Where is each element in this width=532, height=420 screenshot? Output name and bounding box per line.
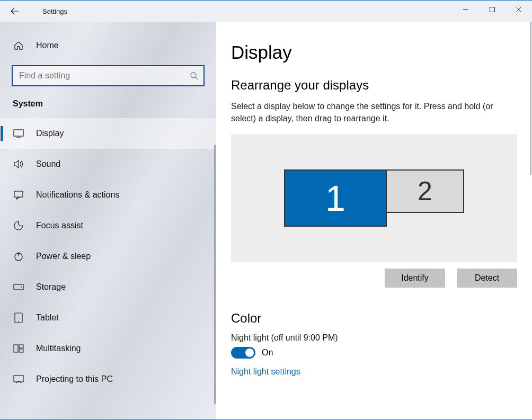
power-icon: [13, 251, 24, 262]
sound-icon: [13, 158, 24, 170]
sidebar-item-label: Storage: [36, 282, 66, 292]
sidebar-item-label: Tablet: [36, 313, 59, 323]
search-box[interactable]: [12, 65, 205, 86]
sidebar-item-sound[interactable]: Sound: [0, 149, 216, 180]
sidebar-item-label: Notifications & actions: [36, 190, 119, 200]
search-container: [12, 65, 205, 86]
sidebar-item-tablet[interactable]: Tablet: [0, 302, 216, 333]
toggle-knob: [245, 348, 254, 357]
projecting-icon: [13, 373, 24, 385]
settings-window: Settings Home: [0, 0, 532, 420]
sidebar-item-multitasking[interactable]: Multitasking: [0, 333, 216, 364]
svg-rect-3: [14, 191, 23, 197]
sidebar-item-projecting[interactable]: Projecting to this PC: [0, 364, 216, 395]
night-light-settings-link[interactable]: Night light settings: [231, 367, 513, 377]
sidebar-section-label: System: [0, 92, 216, 118]
minimize-icon: [463, 6, 469, 13]
display-tile-1[interactable]: 1: [284, 169, 387, 227]
main-scrollbar[interactable]: [530, 22, 531, 175]
search-input[interactable]: [18, 70, 190, 81]
multitasking-icon: [13, 343, 24, 354]
display-row: 1 2: [284, 169, 464, 227]
night-light-toggle-row: On: [231, 347, 513, 359]
night-light-label: Night light (off until 9:00 PM): [231, 333, 513, 343]
svg-point-1: [191, 73, 196, 78]
back-arrow-icon: [11, 7, 19, 15]
notifications-icon: [13, 189, 24, 201]
titlebar: Settings: [0, 1, 532, 22]
focus-assist-icon: [13, 220, 24, 231]
svg-rect-2: [14, 130, 23, 136]
color-heading: Color: [231, 311, 513, 326]
tablet-icon: [13, 312, 24, 324]
window-body: Home System Display: [0, 22, 532, 419]
sidebar-item-storage[interactable]: Storage: [0, 272, 216, 302]
maximize-button[interactable]: [479, 1, 506, 19]
rearrange-heading: Rearrange your displays: [231, 78, 513, 93]
display-tile-2[interactable]: 2: [387, 169, 464, 213]
svg-rect-9: [14, 345, 18, 352]
color-section: Color Night light (off until 9:00 PM) On…: [231, 311, 513, 377]
storage-icon: [13, 281, 24, 293]
sidebar-item-label: Power & sleep: [36, 252, 91, 261]
page-title: Display: [231, 42, 513, 63]
sidebar-home-label: Home: [36, 41, 59, 50]
search-icon: [190, 72, 198, 80]
back-button[interactable]: [7, 4, 22, 19]
toggle-state-text: On: [262, 348, 273, 358]
display-icon: [13, 128, 24, 139]
sidebar-scrollbar[interactable]: [214, 145, 216, 404]
sidebar-item-notifications[interactable]: Notifications & actions: [0, 180, 216, 210]
home-icon: [13, 40, 24, 51]
identify-button[interactable]: Identify: [385, 269, 445, 288]
sidebar-item-focus-assist[interactable]: Focus assist: [0, 210, 216, 241]
maximize-icon: [489, 6, 495, 13]
svg-rect-0: [490, 7, 495, 12]
night-light-toggle[interactable]: [231, 347, 255, 359]
sidebar: Home System Display: [0, 22, 216, 419]
svg-rect-12: [14, 376, 23, 382]
sidebar-item-power-sleep[interactable]: Power & sleep: [0, 241, 216, 272]
close-icon: [516, 6, 522, 13]
rearrange-description: Select a display below to change the set…: [231, 100, 513, 124]
detect-button[interactable]: Detect: [457, 269, 517, 288]
svg-point-6: [21, 287, 22, 288]
sidebar-item-home[interactable]: Home: [0, 30, 216, 61]
svg-point-8: [18, 321, 19, 322]
svg-rect-10: [19, 345, 23, 348]
sidebar-item-label: Display: [36, 129, 64, 138]
sidebar-item-label: Projecting to this PC: [36, 374, 113, 384]
sidebar-item-label: Focus assist: [36, 221, 83, 230]
display-arrangement-area[interactable]: 1 2: [231, 134, 517, 262]
main-content: Display Rearrange your displays Select a…: [216, 22, 532, 419]
window-title: Settings: [42, 1, 67, 22]
sidebar-item-label: Multitasking: [36, 344, 81, 353]
sidebar-item-label: Sound: [36, 159, 60, 169]
sidebar-item-display[interactable]: Display: [0, 118, 216, 149]
svg-rect-11: [19, 349, 23, 352]
close-button[interactable]: [506, 1, 532, 19]
window-controls: [453, 1, 532, 22]
minimize-button[interactable]: [453, 1, 479, 19]
titlebar-left: Settings: [0, 1, 67, 22]
display-buttons-row: Identify Detect: [231, 269, 517, 288]
